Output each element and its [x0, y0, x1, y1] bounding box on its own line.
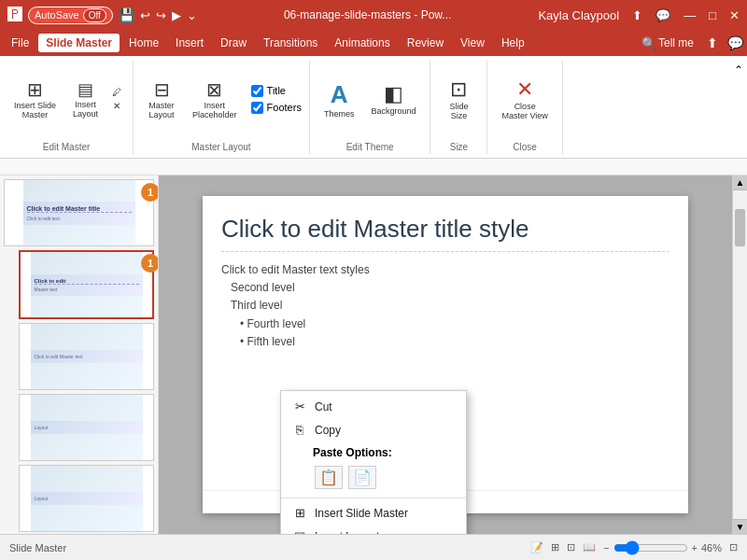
- menu-animations[interactable]: Animations: [327, 34, 397, 52]
- comment-ribbon-icon[interactable]: 💬: [727, 35, 743, 50]
- slide-size-btn[interactable]: ⊡ Slide Size: [438, 73, 479, 125]
- insert-slide-master-label: Insert Slide Master: [14, 101, 56, 119]
- insert-layout-btn[interactable]: ▤ Insert Layout: [66, 75, 105, 123]
- background-btn[interactable]: ◧ Background: [364, 77, 422, 120]
- ribbon-collapse-btn[interactable]: ⌃: [730, 60, 747, 154]
- ribbon-group-master-layout-content: ⊟ Master Layout ⊠ Insert Placeholder Tit…: [141, 60, 302, 138]
- master-layout-icon: ⊟: [154, 78, 170, 101]
- slide-panel[interactable]: Click to edit Master title Click to edit…: [0, 175, 159, 534]
- scroll-thumb[interactable]: [735, 209, 745, 246]
- title-checkbox-row[interactable]: Title: [251, 84, 302, 98]
- slide-thumb-5[interactable]: 5 Layout: [19, 465, 154, 532]
- insert-layout-icon: ▤: [78, 79, 93, 100]
- share-icon[interactable]: ⬆: [632, 8, 642, 22]
- themes-icon: A: [331, 80, 348, 109]
- ctx-paste-options: Paste Options:: [281, 441, 466, 464]
- ctx-insert-slide-master-label: Insert Slide Master: [315, 507, 408, 520]
- ctx-cut[interactable]: ✂ Cut: [281, 395, 466, 418]
- zoom-in-icon[interactable]: +: [692, 542, 698, 553]
- autosave-label: AutoSave: [35, 9, 79, 21]
- ribbon-group-size-content: ⊡ Slide Size: [438, 60, 479, 138]
- menu-review[interactable]: Review: [400, 34, 451, 52]
- close-btn[interactable]: ✕: [729, 8, 740, 22]
- close-group-label: Close: [513, 142, 537, 154]
- save-icon[interactable]: 💾: [119, 7, 134, 22]
- menu-transitions[interactable]: Transitions: [256, 34, 325, 52]
- comments-icon[interactable]: 💬: [655, 8, 670, 22]
- badge-1: 1: [141, 183, 159, 202]
- zoom-bar: − + 46%: [603, 540, 722, 555]
- background-icon: ◧: [384, 82, 403, 106]
- redo-icon[interactable]: ↪: [156, 8, 166, 22]
- fit-page-icon[interactable]: ⊡: [729, 541, 738, 553]
- menu-file[interactable]: File: [4, 34, 36, 52]
- close-master-view-btn[interactable]: ✕ Close Master View: [495, 73, 554, 125]
- menu-insert[interactable]: Insert: [168, 34, 211, 52]
- menu-draw[interactable]: Draw: [213, 34, 254, 52]
- ribbon-group-edit-master: ⊞ Insert Slide Master ▤ Insert Layout 🖊 …: [0, 60, 134, 154]
- badge-2: 1: [141, 254, 159, 273]
- body-line-4: • Fourth level: [240, 315, 669, 333]
- insert-placeholder-btn[interactable]: ⊠ Insert Placeholder: [186, 74, 244, 124]
- search-label[interactable]: Tell me: [658, 36, 694, 49]
- ribbon-group-close-content: ✕ Close Master View: [495, 60, 554, 138]
- ctx-insert-layout[interactable]: ▤ Insert Layout: [281, 525, 466, 534]
- insert-slide-master-btn[interactable]: ⊞ Insert Slide Master: [7, 74, 63, 124]
- ctx-insert-layout-icon: ▤: [292, 529, 307, 534]
- master-layout-label: Master Layout: [148, 101, 175, 119]
- insert-placeholder-label: Insert Placeholder: [192, 101, 237, 119]
- zoom-level[interactable]: 46%: [701, 542, 722, 553]
- footers-cb-label: Footers: [267, 102, 302, 113]
- view-reading-icon[interactable]: 📖: [583, 541, 596, 553]
- body-line-1: Click to edit Master text styles: [221, 261, 669, 279]
- size-group-label: Size: [450, 142, 468, 154]
- footers-checkbox-row[interactable]: Footers: [251, 101, 302, 115]
- slide-title: Click to edit Master title style: [221, 215, 669, 252]
- ctx-insert-slide-master-icon: ⊞: [292, 506, 307, 520]
- zoom-slider[interactable]: [613, 540, 688, 555]
- autosave-toggle[interactable]: Off: [83, 8, 106, 22]
- footers-checkbox[interactable]: [251, 102, 263, 114]
- scroll-track: [733, 190, 747, 519]
- ctx-cut-label: Cut: [315, 400, 332, 413]
- slide-thumb-3[interactable]: 3 Click to edit Master text: [19, 323, 154, 390]
- share-ribbon-icon[interactable]: ⬆: [707, 35, 718, 50]
- themes-btn[interactable]: A Themes: [317, 76, 361, 123]
- menu-home[interactable]: Home: [121, 34, 166, 52]
- title-checkbox[interactable]: [251, 85, 263, 97]
- menu-help[interactable]: Help: [494, 34, 532, 52]
- undo-icon[interactable]: ↩: [140, 8, 150, 22]
- present-icon[interactable]: ▶: [172, 8, 181, 22]
- delete-btn[interactable]: ✕: [108, 99, 125, 113]
- view-grid-icon[interactable]: ⊡: [567, 541, 575, 553]
- scroll-up-btn[interactable]: ▲: [733, 175, 747, 190]
- close-master-view-icon: ✕: [516, 77, 533, 102]
- cut-icon: ✂: [292, 399, 307, 413]
- menu-view[interactable]: View: [453, 34, 492, 52]
- paste-btn-2[interactable]: 📄: [348, 466, 376, 489]
- zoom-out-icon[interactable]: −: [603, 542, 609, 553]
- ribbon-group-edit-theme-content: A Themes ◧ Background: [317, 60, 423, 138]
- menu-slide-master[interactable]: Slide Master: [38, 34, 120, 52]
- minimize-btn[interactable]: —: [684, 8, 696, 22]
- canvas-scrollbar[interactable]: ▲ ▼: [732, 175, 747, 534]
- background-label: Background: [371, 106, 416, 116]
- slide-thumb-1[interactable]: Click to edit Master title Click to edit…: [4, 179, 154, 246]
- ribbon-group-master-layout: ⊟ Master Layout ⊠ Insert Placeholder Tit…: [134, 60, 310, 154]
- notes-icon[interactable]: 📝: [530, 541, 543, 553]
- slide-body: Click to edit Master text styles Second …: [221, 261, 669, 351]
- maximize-btn[interactable]: □: [709, 8, 716, 22]
- scroll-down-btn[interactable]: ▼: [733, 519, 747, 534]
- view-normal-icon[interactable]: ⊞: [551, 541, 559, 553]
- paste-btn-1[interactable]: 📋: [315, 466, 343, 489]
- status-bar: Slide Master 📝 ⊞ ⊡ 📖 − + 46% ⊡: [0, 534, 747, 560]
- title-bar-left: 🅿 AutoSave Off 💾 ↩ ↪ ▶ ⌄: [7, 7, 197, 24]
- slide-thumb-4[interactable]: 4 Layout: [19, 394, 154, 461]
- ctx-copy[interactable]: ⎘ Copy: [281, 418, 466, 441]
- slide-thumb-2[interactable]: 2 Click to edit Master text 1: [19, 250, 154, 319]
- slide-thumb-2-preview: Click to edit Master text: [31, 252, 143, 317]
- master-layout-btn[interactable]: ⊟ Master Layout: [141, 74, 182, 124]
- rename-btn[interactable]: 🖊: [108, 85, 125, 99]
- ctx-insert-slide-master[interactable]: ⊞ Insert Slide Master: [281, 501, 466, 525]
- more-icon[interactable]: ⌄: [187, 8, 197, 22]
